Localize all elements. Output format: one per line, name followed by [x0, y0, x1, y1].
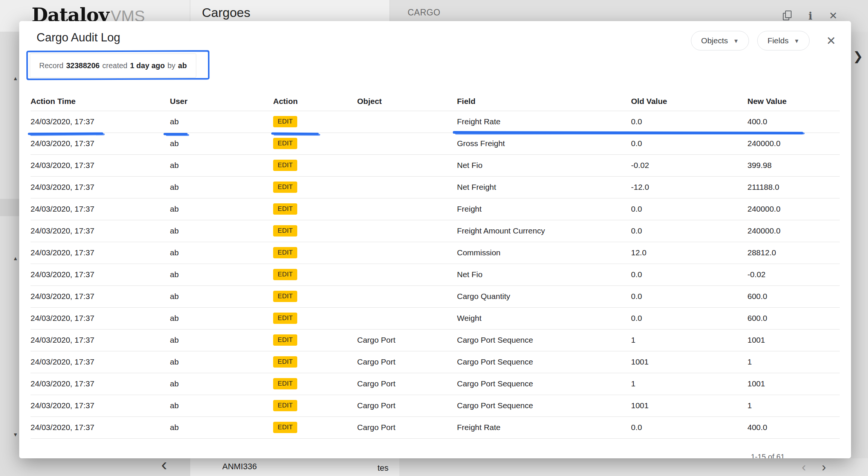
created-label: created: [102, 61, 127, 70]
table-row: 24/03/2020, 17:37 ab EDIT Freight Rate 0…: [31, 111, 840, 133]
cell-user: ab: [170, 176, 273, 198]
cell-old-value: 0.0: [631, 111, 747, 133]
cell-user: ab: [170, 154, 273, 176]
cell-new-value: 600.0: [747, 307, 840, 329]
cell-old-value: 1001: [631, 395, 747, 416]
fields-filter-button[interactable]: Fields ▼: [757, 31, 810, 50]
edit-badge: EDIT: [273, 422, 297, 433]
cell-field: Commission: [457, 242, 631, 264]
edit-badge: EDIT: [273, 313, 297, 324]
cell-old-value: 0.0: [631, 220, 747, 242]
dialog-controls: Objects ▼ Fields ▼ ✕: [691, 31, 836, 50]
table-row: 24/03/2020, 17:37 ab EDIT Freight 0.0 24…: [31, 198, 840, 220]
edit-badge: EDIT: [273, 356, 297, 368]
cell-new-value: 240000.0: [747, 198, 840, 220]
table-row: 24/03/2020, 17:37 ab EDIT Cargo Port Car…: [31, 329, 840, 351]
col-action: Action: [273, 92, 357, 111]
cell-user: ab: [170, 242, 273, 264]
cell-object: [357, 285, 457, 307]
cell-user: ab: [170, 395, 273, 416]
cell-action: EDIT: [273, 176, 357, 198]
cell-field: Cargo Port Sequence: [457, 329, 631, 351]
cell-new-value: 1: [747, 395, 840, 416]
cell-action: EDIT: [273, 395, 357, 416]
cell-action-time: 24/03/2020, 17:37: [31, 198, 170, 220]
cell-action-time: 24/03/2020, 17:37: [31, 111, 170, 133]
cell-new-value: 400.0: [747, 416, 840, 438]
audit-table-body: 24/03/2020, 17:37 ab EDIT Freight Rate 0…: [31, 111, 840, 438]
dialog-close-icon[interactable]: ✕: [826, 35, 836, 47]
cell-new-value: 600.0: [747, 285, 840, 307]
cell-new-value: 1: [747, 351, 840, 373]
cell-action-time: 24/03/2020, 17:37: [31, 133, 170, 154]
cell-user: ab: [170, 111, 273, 133]
cell-field: Weight: [457, 307, 631, 329]
page: DataloyVMS Cargoes CARGO i ✕ ❯ ▲ ▲ ▼ ‹ A…: [0, 0, 868, 476]
cell-new-value: 240000.0: [747, 220, 840, 242]
cell-action-time: 24/03/2020, 17:37: [31, 395, 170, 416]
cell-user: ab: [170, 351, 273, 373]
fields-filter-label: Fields: [767, 36, 789, 45]
cell-new-value: 399.98: [747, 154, 840, 176]
audit-log-table: Action Time User Action Object Field Old…: [31, 92, 840, 439]
cell-field: Cargo Port Sequence: [457, 395, 631, 416]
cell-field: Gross Freight: [457, 133, 631, 154]
cell-user: ab: [170, 416, 273, 438]
cell-object: [357, 198, 457, 220]
cell-action-time: 24/03/2020, 17:37: [31, 154, 170, 176]
cell-user: ab: [170, 329, 273, 351]
cell-field: Cargo Port Sequence: [457, 373, 631, 395]
cell-user: ab: [170, 307, 273, 329]
col-old-value: Old Value: [631, 92, 747, 111]
cell-action-time: 24/03/2020, 17:37: [31, 264, 170, 285]
edit-badge: EDIT: [273, 182, 297, 193]
cell-action-time: 24/03/2020, 17:37: [31, 285, 170, 307]
table-row: 24/03/2020, 17:37 ab EDIT Commission 12.…: [31, 242, 840, 264]
col-new-value: New Value: [747, 92, 840, 111]
record-label: Record: [39, 61, 63, 70]
cell-object: [357, 242, 457, 264]
cell-field: Freight Rate: [457, 416, 631, 438]
cell-action: EDIT: [273, 133, 357, 154]
cell-new-value: 211188.0: [747, 176, 840, 198]
cell-object: [357, 133, 457, 154]
edit-badge: EDIT: [273, 203, 297, 215]
table-row: 24/03/2020, 17:37 ab EDIT Cargo Quantity…: [31, 285, 840, 307]
table-row: 24/03/2020, 17:37 ab EDIT Cargo Port Car…: [31, 351, 840, 373]
edit-badge: EDIT: [273, 400, 297, 411]
table-row: 24/03/2020, 17:37 ab EDIT Net Fio -0.02 …: [31, 154, 840, 176]
cell-user: ab: [170, 373, 273, 395]
cell-action: EDIT: [273, 307, 357, 329]
table-row: 24/03/2020, 17:37 ab EDIT Cargo Port Car…: [31, 395, 840, 416]
cell-user: ab: [170, 220, 273, 242]
cell-object: Cargo Port: [357, 416, 457, 438]
cell-action-time: 24/03/2020, 17:37: [31, 176, 170, 198]
cell-field: Freight Rate: [457, 111, 631, 133]
record-created-banner: Record 32388206 created 1 day ago by ab: [30, 53, 196, 78]
col-action-time: Action Time: [31, 92, 170, 111]
col-field: Field: [457, 92, 631, 111]
cell-new-value: 1001: [747, 329, 840, 351]
cell-new-value: 1001: [747, 373, 840, 395]
cell-action: EDIT: [273, 111, 357, 133]
table-header-row: Action Time User Action Object Field Old…: [31, 92, 840, 111]
cell-action-time: 24/03/2020, 17:37: [31, 307, 170, 329]
cell-object: [357, 176, 457, 198]
cell-old-value: 12.0: [631, 242, 747, 264]
cell-action: EDIT: [273, 329, 357, 351]
objects-filter-label: Objects: [701, 36, 728, 45]
cell-old-value: 1: [631, 329, 747, 351]
table-row: 24/03/2020, 17:37 ab EDIT Cargo Port Car…: [31, 373, 840, 395]
cell-object: [357, 220, 457, 242]
cell-field: Net Fio: [457, 264, 631, 285]
col-user: User: [170, 92, 273, 111]
cell-old-value: 1: [631, 373, 747, 395]
objects-filter-button[interactable]: Objects ▼: [691, 31, 749, 50]
cell-old-value: 1001: [631, 351, 747, 373]
cell-old-value: 0.0: [631, 264, 747, 285]
cell-old-value: -12.0: [631, 176, 747, 198]
cell-old-value: 0.0: [631, 285, 747, 307]
cell-object: Cargo Port: [357, 329, 457, 351]
edit-badge: EDIT: [273, 269, 297, 280]
edit-badge: EDIT: [273, 334, 297, 346]
